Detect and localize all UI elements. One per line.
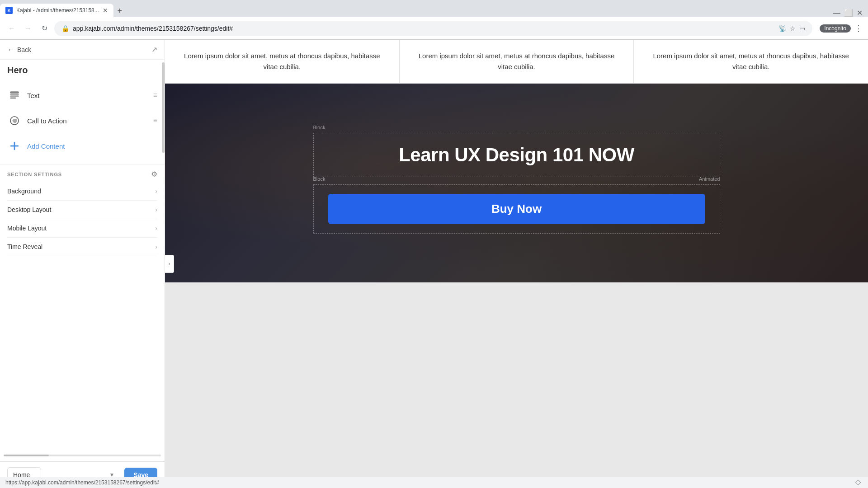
profile-area: Incognito ⋮ [820, 23, 863, 33]
close-window-button[interactable]: ✕ [857, 9, 863, 17]
desktop-layout-chevron: › [155, 206, 157, 213]
section-settings-title: SECTION SETTINGS [7, 172, 62, 177]
active-tab[interactable]: K Kajabi - /admin/themes/2153158... ✕ [0, 4, 113, 17]
block-label-1: Block [313, 125, 326, 130]
maximize-button[interactable]: ⬜ [844, 9, 853, 17]
svg-rect-0 [10, 92, 19, 93]
diamond-icon: ◇ [855, 478, 861, 486]
top-cards-section: Lorem ipsum dolor sit amet, metus at rho… [165, 40, 868, 84]
hero-cta-block[interactable]: Buy Now [313, 184, 720, 234]
svg-rect-8 [14, 142, 15, 150]
cta-item-label: Call to Action [27, 117, 148, 125]
text-item-label: Text [27, 92, 148, 99]
mobile-layout-chevron: › [155, 225, 157, 232]
back-arrow-icon: ← [7, 46, 14, 54]
sidebar-toggle-icon[interactable]: ▭ [799, 25, 805, 32]
hero-title: Learn UX Design 101 NOW [328, 144, 705, 166]
address-bar: ← → ↻ 🔒 app.kajabi.com/admin/themes/2153… [0, 17, 868, 40]
time-reveal-chevron: › [155, 243, 157, 250]
reload-button[interactable]: ↻ [38, 22, 51, 35]
hero-content: Block Learn UX Design 101 NOW Block Anim… [313, 133, 720, 234]
tab-controls: — ⬜ ✕ [833, 9, 868, 17]
tab-title: Kajabi - /admin/themes/2153158... [16, 7, 99, 14]
back-button[interactable]: ← [5, 22, 18, 35]
main-layout: ← Back ↗ Hero Text ≡ [0, 40, 868, 488]
scroll-thumb [4, 455, 49, 456]
desktop-layout-label: Desktop Layout [7, 206, 51, 213]
block-label-2: Block [313, 176, 326, 182]
section-settings: SECTION SETTINGS ⚙ Background › Desktop … [0, 164, 165, 260]
drag-handle-cta[interactable]: ≡ [153, 117, 157, 125]
minimize-button[interactable]: — [833, 9, 840, 17]
add-content-button[interactable]: Add Content [0, 133, 165, 159]
content-card-3: Lorem ipsum dolor sit amet, metus at rho… [634, 40, 868, 83]
hero-cta-block-wrapper: Block Animated Buy Now [313, 184, 720, 234]
address-action-icons: 📡 ☆ ▭ [778, 25, 805, 32]
browser-chrome: K Kajabi - /admin/themes/2153158... ✕ + … [0, 0, 868, 40]
mobile-layout-label: Mobile Layout [7, 225, 47, 232]
tab-bar: K Kajabi - /admin/themes/2153158... ✕ + … [0, 0, 868, 17]
sidebar-title: Hero [0, 60, 165, 79]
lock-icon: 🔒 [61, 25, 69, 32]
background-setting[interactable]: Background › [7, 182, 157, 201]
tab-close-button[interactable]: ✕ [103, 7, 108, 14]
external-link-icon[interactable]: ↗ [151, 45, 157, 54]
address-input[interactable]: 🔒 app.kajabi.com/admin/themes/2153158267… [54, 21, 812, 36]
add-content-icon [7, 139, 22, 153]
sidebar: ← Back ↗ Hero Text ≡ [0, 40, 165, 488]
settings-gear-icon[interactable]: ⚙ [151, 170, 157, 178]
content-area: ‹ Lorem ipsum dolor sit amet, metus at r… [165, 40, 868, 488]
incognito-badge: Incognito [820, 24, 851, 33]
svg-rect-1 [10, 94, 19, 95]
sidebar-item-cta[interactable]: Call to Action ≡ [0, 108, 165, 133]
horizontal-scrollbar[interactable] [0, 454, 165, 457]
background-chevron: › [155, 188, 157, 195]
section-settings-header: SECTION SETTINGS ⚙ [7, 170, 157, 178]
time-reveal-setting[interactable]: Time Reveal › [7, 238, 157, 256]
sidebar-header: ← Back ↗ [0, 40, 165, 60]
scroll-track [4, 455, 161, 456]
forward-button[interactable]: → [22, 22, 34, 35]
drag-handle-text[interactable]: ≡ [153, 91, 157, 99]
tab-favicon: K [5, 7, 13, 14]
browser-menu-button[interactable]: ⋮ [854, 23, 863, 33]
hero-text-block-wrapper: Block Learn UX Design 101 NOW [313, 133, 720, 177]
content-card-1: Lorem ipsum dolor sit amet, metus at rho… [165, 40, 400, 83]
card-1-text: Lorem ipsum dolor sit amet, metus at rho… [183, 51, 381, 72]
content-card-2: Lorem ipsum dolor sit amet, metus at rho… [400, 40, 634, 83]
mobile-layout-setting[interactable]: Mobile Layout › [7, 219, 157, 238]
hero-section: Block Learn UX Design 101 NOW Block Anim… [165, 84, 868, 282]
sidebar-item-text[interactable]: Text ≡ [0, 83, 165, 108]
status-url: https://app.kajabi.com/admin/themes/2153… [5, 479, 159, 486]
card-2-text: Lorem ipsum dolor sit amet, metus at rho… [418, 51, 616, 72]
svg-rect-3 [10, 98, 16, 99]
background-label: Background [7, 188, 41, 195]
add-content-label: Add Content [27, 142, 157, 150]
sidebar-items: Text ≡ Call to Action ≡ [0, 79, 165, 162]
collapse-sidebar-button[interactable]: ‹ [165, 255, 174, 273]
new-tab-button[interactable]: + [113, 5, 126, 17]
svg-rect-2 [10, 96, 19, 97]
card-3-text: Lorem ipsum dolor sit amet, metus at rho… [652, 51, 850, 72]
cta-icon [7, 113, 22, 128]
hero-text-block[interactable]: Learn UX Design 101 NOW [313, 133, 720, 177]
star-icon[interactable]: ☆ [790, 25, 796, 32]
time-reveal-label: Time Reveal [7, 243, 42, 250]
hero-cta-button[interactable]: Buy Now [328, 194, 705, 224]
status-bar: https://app.kajabi.com/admin/themes/2153… [0, 477, 868, 488]
desktop-layout-setting[interactable]: Desktop Layout › [7, 201, 157, 219]
cast-icon[interactable]: 📡 [778, 25, 786, 32]
back-button[interactable]: ← Back [7, 46, 31, 54]
text-block-icon [7, 88, 22, 103]
url-text: app.kajabi.com/admin/themes/2153158267/s… [73, 25, 775, 32]
back-label: Back [17, 46, 31, 53]
animated-label: Animated [699, 176, 720, 182]
